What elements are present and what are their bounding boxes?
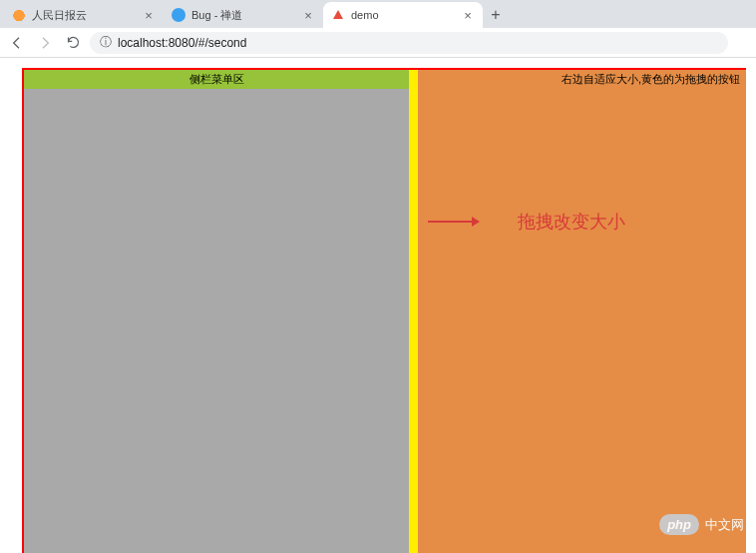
content-header: 右边自适应大小,黄色的为拖拽的按钮 [418, 70, 746, 89]
svg-marker-0 [333, 10, 343, 19]
tab-renmin[interactable]: 人民日报云 × [4, 2, 164, 28]
page-content: 侧栏菜单区 右边自适应大小,黄色的为拖拽的按钮 拖拽改变大小 [22, 68, 746, 553]
tab-label: Bug - 禅道 [191, 8, 295, 23]
close-icon[interactable]: × [142, 8, 156, 23]
watermark: php 中文网 [659, 514, 744, 535]
watermark-text: 中文网 [705, 516, 744, 534]
annotation-text: 拖拽改变大小 [518, 210, 625, 234]
arrow-icon [428, 221, 478, 223]
close-icon[interactable]: × [301, 8, 315, 23]
reload-button[interactable] [62, 32, 84, 54]
content-panel: 右边自适应大小,黄色的为拖拽的按钮 拖拽改变大小 [418, 70, 746, 553]
tab-strip: 人民日报云 × Bug - 禅道 × demo × + [0, 0, 756, 28]
tab-demo[interactable]: demo × [323, 2, 483, 28]
tab-label: demo [351, 9, 455, 21]
drag-splitter[interactable] [409, 70, 418, 553]
url-input[interactable] [118, 36, 718, 50]
cloud-icon [12, 8, 26, 22]
php-badge: php [659, 514, 699, 535]
close-icon[interactable]: × [461, 8, 475, 23]
forward-button[interactable] [34, 32, 56, 54]
sidebar-header: 侧栏菜单区 [24, 70, 409, 89]
address-bar[interactable]: ⓘ [90, 32, 728, 54]
sidebar-panel: 侧栏菜单区 [24, 70, 409, 553]
toolbar: ⓘ [0, 28, 756, 58]
back-button[interactable] [6, 32, 28, 54]
sidebar-body [24, 89, 409, 553]
tab-bug[interactable]: Bug - 禅道 × [164, 2, 323, 28]
site-info-icon[interactable]: ⓘ [100, 34, 112, 51]
drag-annotation: 拖拽改变大小 [428, 210, 625, 234]
bug-icon [172, 8, 186, 22]
tab-label: 人民日报云 [32, 8, 136, 23]
new-tab-button[interactable]: + [483, 2, 509, 28]
split-layout: 侧栏菜单区 右边自适应大小,黄色的为拖拽的按钮 拖拽改变大小 [22, 68, 746, 553]
triangle-icon [331, 8, 345, 22]
